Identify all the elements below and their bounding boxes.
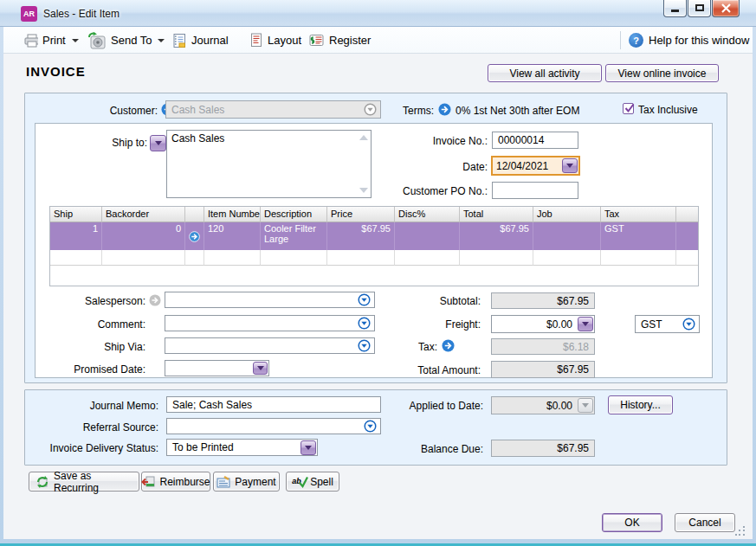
close-button[interactable] (712, 0, 740, 17)
customer-input: Cash Sales (165, 100, 381, 119)
minimize-icon (671, 10, 679, 12)
view-all-activity-button[interactable]: View all activity (488, 64, 602, 82)
referral-source-input[interactable] (166, 418, 381, 434)
invoice-no-value: 00000014 (493, 134, 578, 146)
cell-price[interactable]: $67.95 (327, 222, 395, 250)
line-items-table: Ship Backorder Item Number Description P… (49, 206, 699, 286)
payment-label: Payment (235, 476, 275, 488)
terms-detail-arrow-icon[interactable] (438, 103, 451, 116)
freight-tax-dropdown-icon[interactable] (682, 318, 695, 331)
layout-label: Layout (268, 34, 301, 47)
freight-input[interactable]: $0.00 (491, 315, 595, 333)
balance-due-field: $67.95 (491, 440, 595, 457)
freight-dropdown-button[interactable] (578, 317, 593, 331)
cell-tax[interactable]: GST (601, 222, 676, 250)
tax-detail-arrow-icon[interactable] (442, 339, 455, 352)
save-as-recurring-label: Save as Recurring (54, 470, 132, 494)
chevron-down-icon (582, 403, 589, 408)
freight-tax-code-input[interactable]: GST (635, 315, 700, 333)
ship-to-dropdown-button[interactable] (150, 135, 166, 151)
ship-to-value: Cash Sales (171, 132, 224, 145)
reimburse-label: Reimburse (159, 476, 210, 488)
cell-disc[interactable] (395, 222, 460, 250)
col-disc: Disc% (395, 207, 460, 222)
freight-tax-code-value: GST (636, 318, 682, 331)
col-arrow (185, 207, 204, 222)
sales-edit-item-window: AR Sales - Edit Item Print (0, 0, 756, 546)
table-row-selected[interactable]: 1 0 120 Cooler Filter Large $67.95 $67.9… (50, 222, 698, 250)
cell-backorder[interactable]: 0 (102, 222, 185, 250)
cell-description[interactable]: Cooler Filter Large (261, 222, 327, 250)
tax-value: $6.18 (492, 341, 594, 353)
maximize-button[interactable] (688, 0, 711, 17)
history-button[interactable]: History... (608, 395, 673, 414)
resize-grip[interactable] (735, 526, 746, 536)
printer-icon (24, 34, 38, 48)
send-to-button[interactable]: Send To (84, 30, 168, 50)
total-amount-label: Total Amount: (368, 364, 481, 376)
total-amount-field: $67.95 (491, 361, 595, 378)
ship-via-input[interactable] (165, 337, 375, 354)
print-caret-icon (72, 39, 79, 42)
customer-value: Cash Sales (166, 104, 364, 116)
delivery-status-value: To be Printed (167, 441, 300, 453)
delivery-status-dropdown-button[interactable] (300, 440, 316, 455)
delivery-status-label: Invoice Delivery Status: (17, 442, 158, 454)
save-as-recurring-button[interactable]: Save as Recurring (29, 472, 139, 491)
journal-button[interactable]: Journal (168, 30, 232, 50)
cell-item-number[interactable]: 120 (204, 222, 261, 250)
cell-total[interactable]: $67.95 (460, 222, 533, 250)
register-button[interactable]: Register (305, 30, 374, 50)
journal-memo-value: Sale; Cash Sales (167, 399, 380, 411)
promised-date-dropdown-button[interactable] (253, 362, 268, 375)
salesperson-input[interactable] (165, 292, 375, 308)
tax-field: $6.18 (491, 338, 595, 355)
date-dropdown-button[interactable] (562, 158, 578, 173)
ship-to-textarea[interactable]: Cash Sales (166, 130, 372, 198)
col-extra (676, 207, 698, 222)
comment-input[interactable] (165, 315, 375, 331)
journal-label: Journal (191, 34, 229, 47)
ship-via-label: Ship Via: (33, 341, 145, 353)
payment-button[interactable]: Payment (213, 472, 280, 491)
print-button[interactable]: Print (21, 30, 82, 50)
view-online-invoice-button[interactable]: View online invoice (605, 64, 719, 82)
journal-memo-input[interactable]: Sale; Cash Sales (166, 396, 381, 413)
cell-extra (676, 222, 698, 250)
help-icon: ? (629, 33, 643, 48)
title-bar: AR Sales - Edit Item (0, 0, 756, 27)
delivery-status-input[interactable]: To be Printed (166, 439, 318, 456)
tax-inclusive-checkbox[interactable] (623, 103, 634, 114)
applied-to-date-field: $0.00 (491, 396, 595, 414)
date-input[interactable]: 12/04/2021 (491, 156, 580, 176)
spell-button[interactable]: ab Spell (286, 472, 339, 491)
col-backorder: Backorder (102, 207, 185, 222)
col-total: Total (460, 207, 533, 222)
customer-po-label: Customer PO No.: (364, 185, 488, 197)
journal-icon (171, 33, 187, 48)
reimburse-button[interactable]: Reimburse (141, 472, 210, 491)
chevron-down-icon (305, 446, 312, 450)
customer-po-input[interactable] (492, 182, 578, 199)
cell-job[interactable] (533, 222, 601, 250)
table-row-empty[interactable] (50, 250, 698, 266)
promised-date-input[interactable] (165, 360, 269, 376)
cell-arrow[interactable] (185, 222, 204, 250)
salesperson-label: Salesperson: (33, 295, 145, 307)
send-to-label: Send To (111, 34, 152, 47)
help-button[interactable]: ? Help for this window (629, 30, 749, 50)
tax-label: Tax: (346, 341, 437, 353)
journal-memo-label: Journal Memo: (35, 400, 158, 412)
row-detail-arrow-icon (189, 230, 200, 243)
total-amount-value: $67.95 (492, 363, 594, 376)
checkmark-icon (624, 102, 636, 114)
invoice-no-input[interactable]: 00000014 (492, 132, 578, 149)
layout-button[interactable]: Layout (246, 30, 305, 50)
ok-button[interactable]: OK (602, 513, 662, 532)
minimize-button[interactable] (663, 0, 687, 17)
chevron-down-icon (257, 366, 264, 370)
col-price: Price (327, 207, 395, 222)
cell-ship[interactable]: 1 (50, 222, 102, 250)
cancel-button[interactable]: Cancel (675, 513, 735, 532)
referral-dropdown-icon[interactable] (364, 420, 377, 433)
